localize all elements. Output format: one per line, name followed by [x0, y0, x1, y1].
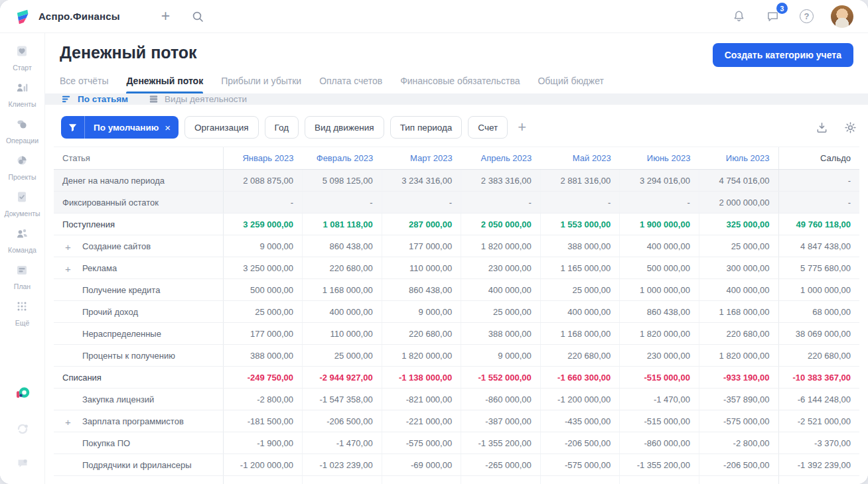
tab-1[interactable]: Все отчёты — [60, 76, 108, 93]
row-label: Проценты к получению — [54, 345, 223, 367]
expand-icon[interactable]: + — [65, 241, 71, 253]
tab-3[interactable]: Прибыли и убытки — [221, 76, 301, 93]
cell-value: 400 000,00 — [620, 235, 699, 257]
cell-value: 68 000,00 — [778, 301, 859, 323]
search-button[interactable] — [188, 7, 207, 26]
table-row[interactable]: Закупка лицензий-2 800,00-1 547 358,00-8… — [54, 389, 859, 410]
column-header-month-7[interactable]: Июль 2023 — [699, 147, 778, 170]
integrations-icon[interactable] — [15, 422, 30, 439]
filter-chip-4[interactable]: Тип периода — [390, 116, 463, 139]
row-label: +Создание сайтов — [54, 235, 223, 257]
column-header-month-1[interactable]: Январь 2023 — [223, 147, 303, 170]
expand-icon[interactable]: + — [65, 482, 71, 484]
cell-value: 388 000,00 — [223, 345, 303, 367]
app-window: Аспро.Финансы + 3 — [0, 0, 868, 484]
quick-add-button[interactable]: + — [159, 6, 173, 27]
cell-value: -206 500,00 — [303, 410, 382, 432]
row-label: Подрядчики и фрилансеры — [54, 454, 223, 476]
filter-chip-2[interactable]: Год — [265, 116, 299, 139]
sidebar-item-projects[interactable]: Проекты — [4, 153, 40, 181]
filter-chip-3[interactable]: Вид движения — [305, 116, 384, 139]
cell-value: -575 000,00 — [382, 432, 461, 454]
table-row[interactable]: Покупка ПО-1 900,00-1 470,00-575 000,00-… — [54, 432, 859, 454]
cell-value: 1 900 000,00 — [620, 213, 699, 235]
sidebar-item-more[interactable]: Ещё — [4, 299, 40, 327]
cell-value: 4 847 438,00 — [778, 235, 859, 257]
table-row[interactable]: +Зарплата программистов-2 800,00-1 547 3… — [54, 476, 859, 484]
tab-5[interactable]: Финансовые обязательства — [400, 76, 520, 93]
sidebar-item-documents[interactable]: Документы — [4, 190, 40, 217]
tab-6[interactable]: Общий бюджет — [538, 76, 603, 93]
tab-4[interactable]: Оплата счетов — [319, 76, 382, 93]
sidebar-item-operations[interactable]: Операции — [4, 117, 40, 145]
sidebar-item-team[interactable]: Команда — [4, 226, 40, 254]
row-label: Нераспределенные — [54, 323, 223, 345]
column-header-month-3[interactable]: Март 2023 — [382, 147, 461, 170]
column-header-month-6[interactable]: Июнь 2023 — [620, 147, 699, 170]
cell-value: 220 680,00 — [540, 345, 620, 367]
cell-value: 220 680,00 — [382, 323, 461, 345]
table-row[interactable]: Нераспределенные177 000,00110 000,00220 … — [54, 323, 859, 345]
app-logo-icon — [15, 8, 32, 25]
subtab-2[interactable]: Виды деятельности — [148, 93, 247, 105]
cell-value: 300 000,00 — [699, 257, 778, 279]
filter-preset-label: По умолчанию — [85, 123, 163, 133]
help-button[interactable]: ? — [797, 7, 816, 26]
cell-value: 220 680,00 — [303, 257, 382, 279]
column-header-month-5[interactable]: Май 2023 — [540, 147, 620, 170]
column-header-month-4[interactable]: Апрель 2023 — [461, 147, 541, 170]
cell-value: 388 000,00 — [540, 235, 620, 257]
table-header-row: СтатьяЯнварь 2023Февраль 2023Март 2023Ап… — [54, 147, 859, 170]
cell-value: 860 438,00 — [620, 301, 699, 323]
cell-value: -10 383 367,00 — [778, 367, 859, 389]
table-row[interactable]: Прочий доход25 000,00400 000,009 000,002… — [54, 301, 859, 323]
clear-filter-icon[interactable]: × — [163, 122, 179, 133]
support-chat-icon[interactable] — [15, 456, 30, 473]
row-label: Получение кредита — [54, 279, 223, 301]
filter-chip-5[interactable]: Счет — [468, 116, 508, 139]
subtab-1[interactable]: По статьям — [61, 93, 128, 105]
tab-2[interactable]: Денежный поток — [126, 76, 203, 93]
table-row[interactable]: Денег на начало периода2 088 875,005 098… — [54, 170, 859, 192]
filter-preset-chip[interactable]: По умолчанию × — [61, 116, 179, 139]
table-settings-button[interactable] — [841, 119, 859, 137]
filter-chip-1[interactable]: Организация — [184, 116, 258, 139]
table-row[interactable]: Списания-249 750,00-2 944 927,00-1 138 0… — [54, 367, 859, 389]
export-button[interactable] — [813, 119, 831, 137]
table-row[interactable]: Проценты к получению388 000,0025 000,001… — [54, 345, 859, 367]
table-row[interactable]: Фиксированный остаток------2 000 000,00- — [54, 192, 859, 213]
cell-value: 49 760 118,00 — [778, 213, 859, 235]
table-row[interactable]: Поступления3 259 000,001 081 118,00287 0… — [54, 213, 859, 235]
expand-icon[interactable]: + — [65, 416, 71, 428]
cell-value: -2 521 000,00 — [778, 410, 859, 432]
create-category-button[interactable]: Создать категорию учета — [713, 43, 853, 67]
user-avatar[interactable] — [831, 5, 853, 28]
cell-value: 500 000,00 — [223, 279, 303, 301]
cell-value: 1 820 000,00 — [461, 235, 541, 257]
table-row[interactable]: +Создание сайтов9 000,00860 438,00177 00… — [54, 235, 859, 257]
cell-value: 25 000,00 — [303, 345, 382, 367]
list-lines-icon — [61, 93, 72, 105]
sidebar-item-plan[interactable]: План — [4, 263, 40, 290]
table-row[interactable]: +Зарплата программистов-181 500,00-206 5… — [54, 410, 859, 432]
cell-value: -575 000,00 — [540, 454, 620, 476]
cell-value: 1 168 000,00 — [303, 279, 382, 301]
notifications-button[interactable] — [729, 7, 749, 26]
column-header-month-2[interactable]: Февраль 2023 — [303, 147, 382, 170]
sidebar-item-start[interactable]: Старт — [4, 44, 40, 72]
sidebar-item-clients[interactable]: Клиенты — [4, 80, 40, 108]
app-logo[interactable]: Аспро.Финансы — [15, 8, 120, 25]
mini-logo-icon[interactable] — [14, 385, 31, 404]
cell-value: 9 000,00 — [382, 301, 461, 323]
cell-value: 38 069 000,00 — [778, 323, 859, 345]
table-row[interactable]: Подрядчики и фрилансеры-1 200 000,00-1 0… — [54, 454, 859, 476]
table-row[interactable]: Получение кредита500 000,001 168 000,008… — [54, 279, 859, 301]
expand-icon[interactable]: + — [65, 263, 71, 274]
table-row[interactable]: +Реклама3 250 000,00220 680,00110 000,00… — [54, 257, 859, 279]
start-icon — [15, 44, 29, 61]
cell-value: -1 392 239,00 — [778, 454, 859, 476]
add-filter-button[interactable]: + — [514, 120, 530, 135]
cell-value: 400 000,00 — [699, 279, 778, 301]
row-label: Поступления — [54, 213, 223, 235]
cell-value: -1 200 000,00 — [223, 454, 303, 476]
